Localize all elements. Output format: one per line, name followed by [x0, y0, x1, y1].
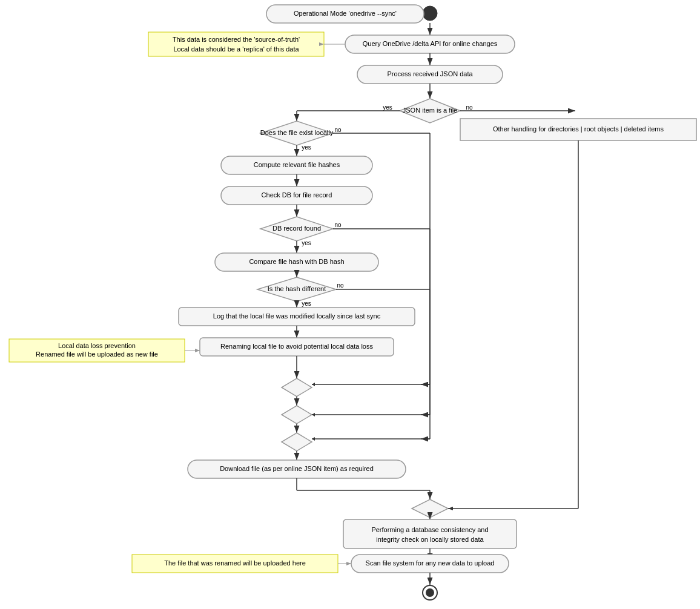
merge-right-1-arr [312, 383, 315, 386]
hash-diff-no-label: no [337, 282, 344, 289]
start-node [423, 6, 437, 21]
operational-mode-text: Operational Mode 'onedrive --sync' [294, 10, 397, 17]
note-source-truth-text2: Local data should be a 'replica' of this… [173, 45, 299, 53]
merge-right-3-arr [312, 437, 315, 441]
db-found-text: DB record found [272, 225, 321, 232]
db-integrity-text2: integrity check on locally stored data [376, 536, 484, 543]
other-handling-text: Other handling for directories | root ob… [493, 125, 664, 133]
rename-file-text: Renaming local file to avoid potential l… [220, 343, 373, 350]
check-db-text: Check DB for file record [262, 191, 332, 199]
note-renamed-text: The file that was renamed will be upload… [164, 559, 306, 567]
end-inner-circle [426, 588, 434, 597]
download-text: Download file (as per online JSON item) … [220, 465, 374, 472]
file-exist-text: Does the file exist locally [260, 129, 334, 136]
compare-hash-text: Compare file hash with DB hash [249, 258, 344, 265]
merge-diamond-2 [282, 406, 312, 424]
merge-diamond-3 [282, 433, 312, 451]
note-data-loss-text2: Renamed file will be uploaded as new fil… [36, 351, 158, 358]
merge-diamond-1 [282, 378, 312, 397]
json-file-no-label: no [466, 104, 473, 111]
note-renamed-arr [346, 562, 351, 565]
hash-diff-text: Is the hash different [268, 285, 326, 292]
db-found-no-label: no [334, 222, 342, 228]
file-exist-no-label: no [334, 127, 342, 133]
compute-hashes-text: Compute relevant file hashes [254, 161, 340, 168]
scan-upload-text: Scan file system for any new data to upl… [366, 559, 495, 567]
query-api-text: Query OneDrive /delta API for online cha… [363, 40, 498, 47]
db-found-yes-label: yes [302, 240, 311, 246]
arrow-other-left-arr [448, 507, 453, 510]
note-data-loss-text1: Local data loss prevention [58, 342, 136, 349]
db-integrity-node [343, 519, 517, 548]
file-exist-yes-label: yes [302, 144, 311, 151]
note-data-loss-arrow [195, 349, 200, 352]
merge-right-2-arr [312, 413, 315, 416]
merge-diamond-4 [412, 499, 448, 518]
db-integrity-text1: Performing a database consistency and [371, 526, 488, 533]
json-file-text: JSON item is a file [403, 107, 457, 114]
process-json-text: Process received JSON data [387, 70, 473, 77]
log-modified-text: Log that the local file was modified loc… [213, 312, 381, 320]
hash-diff-yes-label: yes [302, 300, 311, 307]
note-source-truth-text1: This data is considered the 'source-of-t… [173, 36, 300, 43]
json-file-yes-label: yes [383, 104, 392, 111]
